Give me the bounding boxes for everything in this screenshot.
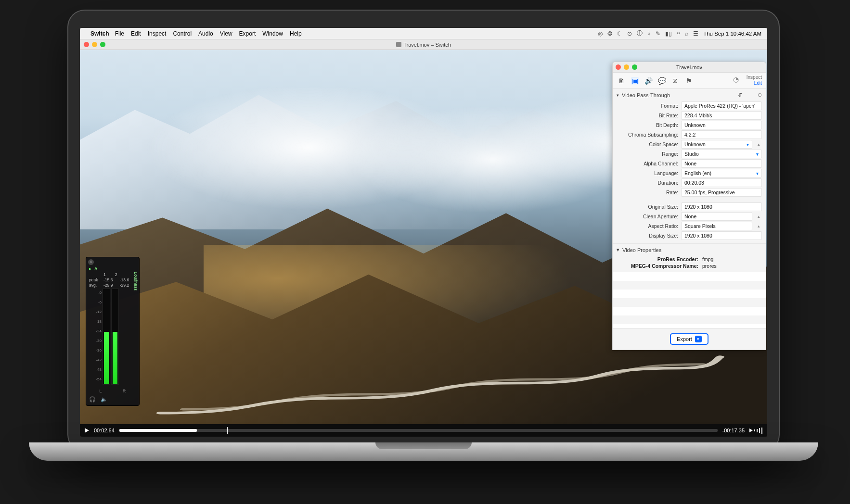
stepper-icon[interactable]: ▴ xyxy=(755,214,762,219)
export-button[interactable]: Export ▾ xyxy=(670,333,708,345)
label-language: Language: xyxy=(617,170,678,176)
menu-window[interactable]: Window xyxy=(262,30,283,37)
close-window-button[interactable] xyxy=(84,42,89,47)
zoom-window-button[interactable] xyxy=(100,42,105,47)
meter-speaker-icon[interactable]: 🔈 xyxy=(101,396,107,403)
menu-file[interactable]: File xyxy=(115,30,124,37)
scrubber-track[interactable] xyxy=(119,429,718,432)
label-colorspace: Color Space: xyxy=(617,141,678,147)
meter-bar-right xyxy=(111,289,119,385)
video-viewport[interactable]: × ▸ A Loudness 1 2 peak -15.6 -13.6 xyxy=(80,50,767,424)
meter-peak-2: -13.6 xyxy=(120,277,129,282)
menu-export[interactable]: Export xyxy=(239,30,256,37)
app-name[interactable]: Switch xyxy=(90,30,109,37)
tab-video-icon[interactable]: ▣ xyxy=(631,77,639,85)
status-wifi-icon[interactable]: ⌔ xyxy=(677,30,680,37)
speaker-icon xyxy=(749,428,753,432)
value-prores-encoder: fmpg xyxy=(698,256,713,262)
meter-headphones-icon[interactable]: 🎧 xyxy=(89,396,96,403)
menu-view[interactable]: View xyxy=(220,30,232,37)
value-aspect-ratio[interactable]: Square Pixels xyxy=(681,222,752,230)
scrubber-marker[interactable] xyxy=(227,427,228,434)
menu-control[interactable]: Control xyxy=(173,30,192,37)
tab-flag-icon[interactable]: ⚑ xyxy=(685,77,693,85)
section-video-pass-through[interactable]: ▾ Video Pass-Through ⇵ ⊖ xyxy=(613,89,766,101)
export-button-label: Export xyxy=(677,336,692,342)
dropdown-icon: ▾ xyxy=(756,171,759,176)
menu-audio[interactable]: Audio xyxy=(198,30,213,37)
inspector-title: Travel.mov xyxy=(676,64,702,70)
meter-ch2-label: 2 xyxy=(115,272,117,277)
status-sync-icon[interactable]: ❂ xyxy=(607,30,612,37)
status-bluetooth-icon[interactable]: ᚼ xyxy=(647,30,651,37)
value-original-size: 1920 x 1080 xyxy=(681,202,762,211)
value-display-size: 1920 x 1080 xyxy=(681,231,762,240)
label-rate: Rate: xyxy=(617,189,678,195)
menu-inspect[interactable]: Inspect xyxy=(148,30,167,37)
value-alpha: None xyxy=(681,159,762,168)
value-clean-aperture[interactable]: None xyxy=(681,212,752,221)
tab-time-icon[interactable]: ⧖ xyxy=(671,77,679,85)
status-info-icon[interactable]: ⓘ xyxy=(637,29,643,38)
inspector-minimize-button[interactable] xyxy=(624,64,629,70)
volume-indicator[interactable] xyxy=(749,428,762,434)
value-language[interactable]: English (en)▾ xyxy=(681,169,762,177)
label-format: Format: xyxy=(617,103,678,109)
value-rate: 25.00 fps, Progressive xyxy=(681,188,762,197)
inspector-titlebar: Travel.mov xyxy=(613,62,766,73)
inspector-footer: Export ▾ xyxy=(613,328,766,350)
tab-file-icon[interactable]: 🗎 xyxy=(618,77,625,85)
export-dropdown-icon[interactable]: ▾ xyxy=(695,336,702,342)
tab-captions-icon[interactable]: 💬 xyxy=(658,77,666,85)
screen: Switch File Edit Inspect Control Audio V… xyxy=(80,28,767,437)
meter-peak-label: peak xyxy=(89,277,101,282)
tab-audio-icon[interactable]: 🔊 xyxy=(644,77,652,85)
value-colorspace[interactable]: Unknown▾ xyxy=(681,140,752,149)
current-time: 00:02.64 xyxy=(94,428,115,433)
value-bitdepth: Unknown xyxy=(681,121,762,129)
disclosure-icon[interactable]: ▾ xyxy=(617,247,619,253)
document-proxy-icon[interactable] xyxy=(396,42,401,47)
label-display-size: Display Size: xyxy=(617,233,678,239)
value-mpeg4-compressor: prores xyxy=(698,263,717,269)
stepper-icon[interactable]: ▴ xyxy=(755,142,762,147)
meter-scale: -0-6-12 -18-24-30 -36-42-48 -54 xyxy=(90,289,102,387)
inspector-zoom-button[interactable] xyxy=(632,64,637,70)
stepper-icon[interactable]: ▴ xyxy=(755,224,762,228)
menubar-clock[interactable]: Thu Sep 1 10:46:42 AM xyxy=(703,31,761,37)
status-tool-icon[interactable]: ✎ xyxy=(656,30,660,37)
play-button[interactable] xyxy=(85,428,89,433)
audio-meter-panel[interactable]: × ▸ A Loudness 1 2 peak -15.6 -13.6 xyxy=(86,257,140,406)
status-battery-icon[interactable]: ▮▯ xyxy=(665,30,672,37)
menu-edit[interactable]: Edit xyxy=(131,30,141,37)
meter-close-button[interactable]: × xyxy=(88,259,94,265)
minimize-window-button[interactable] xyxy=(92,42,97,47)
status-display-icon[interactable]: ⊙ xyxy=(627,30,632,37)
window-title: Travel.mov – Switch xyxy=(403,42,451,48)
section-remove-button[interactable]: ⊖ xyxy=(758,92,762,98)
status-control-center-icon[interactable]: ☰ xyxy=(693,30,698,37)
value-duration: 00:20.03 xyxy=(681,178,762,187)
menu-help[interactable]: Help xyxy=(290,30,302,37)
meter-channel-L: L xyxy=(100,389,102,393)
value-range[interactable]: Studio▾ xyxy=(681,150,762,158)
disclosure-icon[interactable]: ▾ xyxy=(617,93,619,98)
inspector-mode-toggle[interactable]: ◔ Inspect Edit xyxy=(747,75,762,86)
label-original-size: Original Size: xyxy=(617,204,678,210)
section-video-properties[interactable]: ▾ Video Properties xyxy=(613,243,766,256)
meter-avg-1: -29.9 xyxy=(103,283,113,288)
meter-chevron-icon[interactable]: ▸ xyxy=(89,266,91,271)
player-titlebar: Travel.mov – Switch xyxy=(80,39,767,50)
section-select-icon[interactable]: ⇵ xyxy=(738,92,742,98)
status-dnd-icon[interactable]: ☾ xyxy=(617,30,622,37)
status-spotlight-icon[interactable]: ⌕ xyxy=(685,30,688,37)
inspector-close-button[interactable] xyxy=(616,64,621,70)
status-cc-icon[interactable]: ◎ xyxy=(598,30,603,37)
playback-bar: 00:02.64 -00:17.35 xyxy=(80,424,767,437)
label-bitrate: Bit Rate: xyxy=(617,113,678,118)
label-duration: Duration: xyxy=(617,180,678,186)
meter-ch1-label: 1 xyxy=(103,272,106,277)
meter-avg-2: -29.2 xyxy=(120,283,129,288)
scrubber-progress xyxy=(119,429,197,432)
label-range: Range: xyxy=(617,151,678,157)
